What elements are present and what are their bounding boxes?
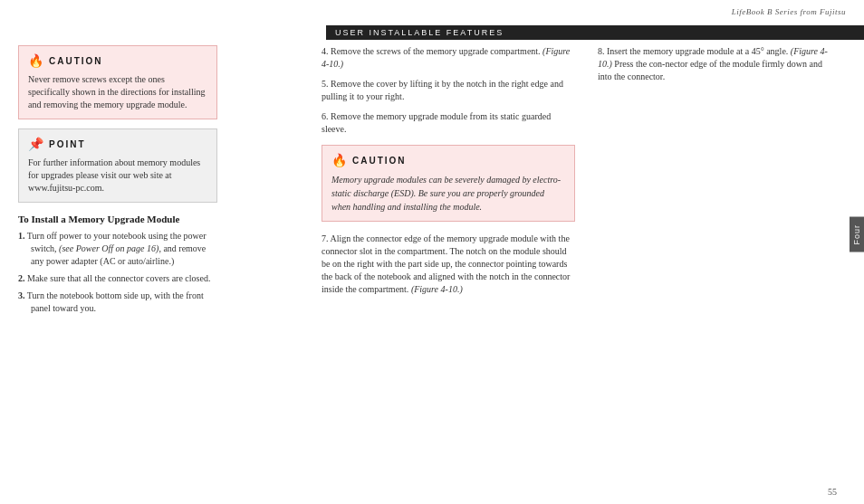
page-header: LifeBook B Series from Fujitsu: [732, 7, 846, 16]
step-7-text: 7. Align the connector edge of the memor…: [322, 233, 575, 296]
install-step-2: 2. Make sure that all the connector cove…: [18, 272, 217, 285]
install-section: To Install a Memory Upgrade Module 1. Tu…: [18, 214, 217, 315]
banner-text: User Installable Features: [335, 28, 504, 37]
page: LifeBook B Series from Fujitsu User Inst…: [0, 0, 864, 504]
caution-box-2: 🔥 CAUTION Memory upgrade modules can be …: [322, 145, 575, 222]
step-6: 6. Remove the memory upgrade module from…: [322, 110, 575, 136]
caution-icon-1: 🔥: [28, 53, 43, 69]
step-7: 7. Align the connector edge of the memor…: [322, 233, 575, 296]
step-4: 4. Remove the screws of the memory upgra…: [322, 45, 575, 71]
point-title: POINT: [49, 139, 86, 149]
step-5: 5. Remove the cover by lifting it by the…: [322, 78, 575, 103]
point-text: For further information about memory mod…: [28, 157, 207, 195]
step-8: 8. Insert the memory upgrade module at a…: [598, 45, 833, 83]
caution-title-1: CAUTION: [49, 56, 103, 66]
install-title: To Install a Memory Upgrade Module: [18, 214, 217, 224]
install-step-3: 3. Turn the notebook bottom side up, wit…: [18, 290, 217, 315]
caution-title-2: CAUTION: [352, 156, 407, 166]
header-title: LifeBook B Series from Fujitsu: [732, 7, 846, 16]
point-header: 📌 POINT: [28, 137, 207, 152]
steps-4-6: 4. Remove the screws of the memory upgra…: [322, 45, 575, 136]
middle-column: 4. Remove the screws of the memory upgra…: [322, 45, 575, 303]
caution-text-2: Memory upgrade modules can be severely d…: [331, 173, 565, 214]
side-tab: Four: [850, 217, 864, 252]
left-column: 🔥 CAUTION Never remove screws except the…: [18, 45, 217, 319]
caution-header-1: 🔥 CAUTION: [28, 53, 207, 69]
install-steps: 1. Turn off power to your notebook using…: [18, 230, 217, 315]
install-step-1: 1. Turn off power to your notebook using…: [18, 230, 217, 268]
caution-header-2: 🔥 CAUTION: [331, 153, 565, 168]
section-banner: User Installable Features: [326, 25, 864, 40]
point-icon: 📌: [28, 137, 43, 152]
page-number: 55: [828, 487, 837, 497]
right-column: 8. Insert the memory upgrade module at a…: [598, 45, 833, 94]
caution-box-1: 🔥 CAUTION Never remove screws except the…: [18, 45, 217, 119]
point-box: 📌 POINT For further information about me…: [18, 128, 217, 203]
caution-text-1: Never remove screws except the ones spec…: [28, 73, 207, 111]
caution-icon-2: 🔥: [331, 153, 347, 168]
